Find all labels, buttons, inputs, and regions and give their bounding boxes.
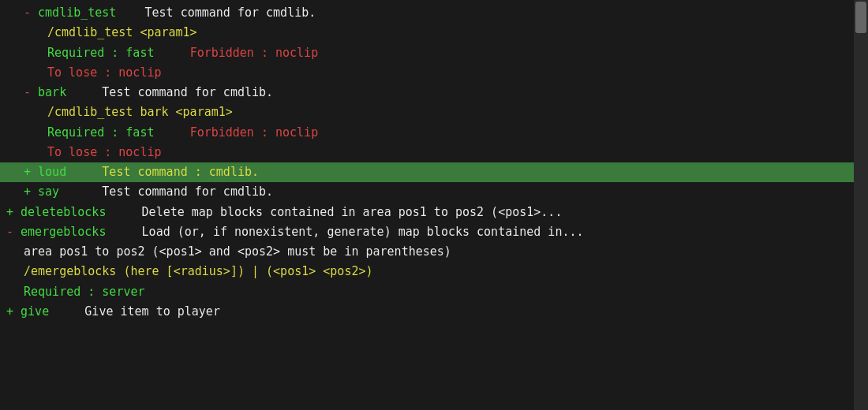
list-item: /emergeblocks (here [<radius>]) | (<pos1… [0,262,854,281]
main-content: - cmdlib_test Test command for cmdlib./c… [0,0,854,410]
list-item: - cmdlib_test Test command for cmdlib. [0,3,854,23]
list-item: Required : fast Forbidden : noclip [0,123,854,143]
list-item: + give Give item to player [0,302,854,322]
list-item: To lose : noclip [0,63,854,83]
list-item: Required : fast Forbidden : noclip [0,43,854,63]
list-item: To lose : noclip [0,143,854,162]
list-item: - bark Test command for cmdlib. [0,83,854,102]
list-item: area pos1 to pos2 (<pos1> and <pos2> mus… [0,242,854,262]
list-item: + deleteblocks Delete map blocks contain… [0,203,854,222]
list-item: /cmdlib_test bark <param1> [0,102,854,122]
list-item: + loud Test command : cmdlib. [0,162,854,182]
scroll-thumb[interactable] [855,2,866,33]
scrollbar[interactable] [854,0,868,410]
list-item: + say Test command for cmdlib. [0,182,854,202]
list-item: - emergeblocks Load (or, if nonexistent,… [0,222,854,242]
list-item: /cmdlib_test <param1> [0,23,854,43]
list-item: Required : server [0,282,854,302]
